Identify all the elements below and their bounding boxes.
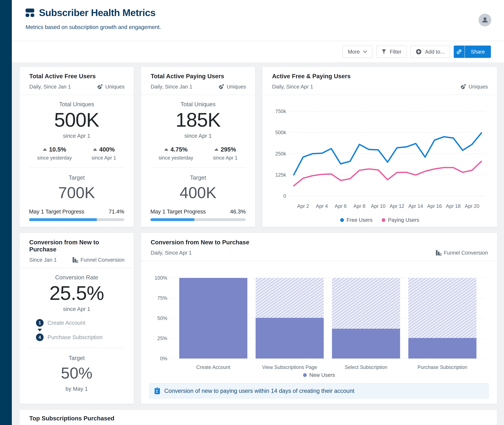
- card-title: Top Subscriptions Purchased: [29, 415, 487, 422]
- funnel-step-purchase-subscription: 4 Purchase Subscription: [36, 333, 117, 341]
- metric-label: Total Uniques: [29, 101, 124, 107]
- svg-text:25%: 25%: [157, 336, 167, 341]
- stat-since-apr1: 400% since Apr 1: [92, 146, 116, 161]
- uniques-pin-icon: [218, 84, 224, 90]
- svg-text:Apr 16: Apr 16: [427, 203, 442, 209]
- card-conversion-funnel-chart: Conversion from New to Purchase Daily, S…: [141, 233, 497, 404]
- conversion-funnel-bar-chart[interactable]: 100%75%50%25%0%Create AccountView Subscr…: [149, 267, 489, 371]
- stat-value: 295%: [221, 146, 236, 153]
- target-progress: May 1 Target Progress 71.4%: [29, 208, 124, 221]
- card-conversion-summary: Conversion from New to Purchase Since Ja…: [20, 233, 134, 404]
- target-label: Target: [29, 355, 124, 361]
- metric-mode-label: Uniques: [227, 84, 246, 90]
- funnel-conversion-icon: [72, 257, 78, 263]
- card-subtitle: Daily, Since Jan 1: [29, 84, 71, 90]
- progress-bar-fill: [151, 218, 195, 221]
- funnel-steps: 1 Create Account 4 Purchase Subscription: [36, 319, 117, 341]
- card-title: Conversion from New to Purchase: [151, 239, 488, 246]
- user-avatar[interactable]: [478, 14, 491, 27]
- metric-caption: since Apr 1: [151, 133, 246, 139]
- card-top-subscriptions: Top Subscriptions Purchased Daily, Apr-J…: [20, 410, 497, 425]
- stat-value: 10.5%: [49, 146, 66, 153]
- step-badge: 1: [36, 319, 44, 327]
- svg-text:Apr 10: Apr 10: [371, 203, 386, 209]
- more-button[interactable]: More: [343, 46, 372, 58]
- metric-mode-label: Funnel Conversion: [444, 250, 488, 256]
- legend-item[interactable]: Paying Users: [382, 217, 419, 223]
- share-button[interactable]: Share: [465, 46, 491, 58]
- funnel-chart-legend: New Users: [149, 372, 489, 378]
- chart-note-text: Conversion of new to paying users within…: [164, 388, 354, 394]
- metric-mode-label: Uniques: [105, 84, 124, 90]
- svg-text:Select Subscription: Select Subscription: [345, 365, 387, 370]
- filter-funnel-icon: [381, 49, 386, 54]
- trend-up-icon: [214, 148, 219, 151]
- share-split-button: Share: [454, 46, 491, 58]
- stat-since-apr1: 295% since Apr 1: [213, 146, 238, 161]
- stat-value: 400%: [99, 146, 115, 153]
- toolbar: More Filter Add to...: [12, 41, 504, 63]
- trend-up-icon: [43, 148, 47, 151]
- target-label: Target: [151, 174, 246, 181]
- target-value: 50%: [29, 365, 124, 381]
- legend-label: Free Users: [347, 217, 373, 223]
- card-subtitle: Daily, Since Apr 1: [272, 84, 313, 90]
- copy-link-button[interactable]: [454, 46, 465, 58]
- trend-up-icon: [164, 148, 168, 151]
- svg-text:100%: 100%: [155, 275, 167, 281]
- person-icon: [481, 16, 489, 24]
- clipboard-icon: [154, 387, 160, 395]
- card-active-free-paying-users-chart: Active Free & Paying Users Daily, Since …: [262, 67, 497, 227]
- more-button-label: More: [348, 49, 360, 55]
- metric-mode: Funnel Conversion: [436, 250, 488, 256]
- svg-text:Apr 6: Apr 6: [335, 203, 347, 209]
- chart-note-callout: Conversion of new to paying users within…: [149, 383, 489, 398]
- stat-caption: since Apr 1: [213, 155, 238, 161]
- svg-text:Apr 4: Apr 4: [316, 203, 328, 209]
- add-to-button[interactable]: Add to...: [411, 46, 450, 58]
- step-label: Create Account: [47, 320, 85, 326]
- metric-label: Conversion Rate: [29, 274, 124, 281]
- svg-text:Apr 8: Apr 8: [353, 203, 365, 209]
- svg-text:Apr 2: Apr 2: [297, 203, 309, 209]
- legend-label: Paying Users: [388, 217, 419, 223]
- step-badge: 4: [36, 333, 44, 341]
- legend-dot: [340, 218, 344, 222]
- card-subtitle: Daily, Since Apr 1: [151, 250, 192, 256]
- metric-label: Total Uniques: [151, 101, 246, 107]
- progress-bar: [29, 218, 124, 221]
- stat-value: 4.75%: [170, 146, 188, 153]
- card-total-active-free-users: Total Active Free Users Daily, Since Jan…: [20, 67, 134, 227]
- metric-value: 25.5%: [29, 283, 124, 304]
- card-subtitle: Daily, Since Jan 1: [151, 84, 192, 90]
- card-title: Active Free & Paying Users: [272, 73, 488, 80]
- metric-mode-label: Uniques: [469, 84, 488, 90]
- trend-up-icon: [93, 148, 97, 151]
- svg-text:Purchase Subscription: Purchase Subscription: [418, 365, 467, 370]
- legend-item[interactable]: Free Users: [340, 217, 373, 223]
- metric-mode: Uniques: [218, 84, 246, 90]
- svg-text:View Subscriptions Page: View Subscriptions Page: [262, 365, 317, 370]
- metric-mode: Uniques: [97, 84, 124, 90]
- svg-text:75%: 75%: [157, 295, 167, 301]
- filter-button[interactable]: Filter: [376, 46, 407, 58]
- metric-caption: since Apr 1: [29, 133, 124, 139]
- svg-text:0: 0: [283, 193, 286, 199]
- progress-bar-fill: [29, 218, 97, 221]
- link-icon: [456, 49, 462, 55]
- svg-text:500k: 500k: [275, 130, 286, 135]
- funnel-conversion-icon: [436, 250, 441, 256]
- card-title: Total Active Paying Users: [151, 73, 246, 80]
- step-arrow-down-icon: [38, 329, 42, 331]
- legend-item[interactable]: New Users: [303, 372, 335, 378]
- target-label: Target: [29, 174, 124, 181]
- metric-value: 500K: [29, 110, 124, 130]
- dashboard-icon: [26, 8, 34, 17]
- line-chart-legend: Free UsersPaying Users: [268, 217, 491, 227]
- left-rail: [0, 0, 12, 425]
- progress-label: May 1 Target Progress: [29, 208, 84, 215]
- metric-mode: Funnel Conversion: [72, 257, 124, 263]
- target-value: 400K: [151, 184, 246, 201]
- free-paying-users-line-chart[interactable]: 750k500k250k125k0Apr 2Apr 4Apr 6Apr 8Apr…: [268, 100, 491, 216]
- add-circle-icon: [416, 49, 422, 55]
